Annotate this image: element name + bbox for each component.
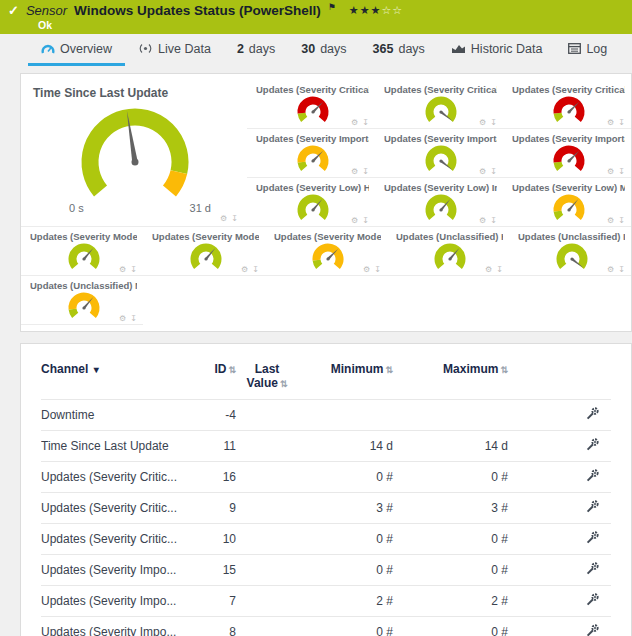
main-gauge-chart	[33, 102, 237, 214]
pin-icon[interactable]: ↧	[618, 216, 626, 225]
channel-name[interactable]: Updates (Severity Critic...	[41, 493, 191, 524]
channel-settings-icon[interactable]	[586, 469, 599, 485]
ok-check-icon: ✓	[8, 3, 19, 18]
sort-icon[interactable]: ⇅	[500, 365, 508, 375]
channel-maximum: 3 #	[393, 493, 508, 524]
channel-settings-icon[interactable]	[586, 407, 599, 423]
channel-row[interactable]: Updates (Severity Impo... 7 2 # 2 #	[41, 586, 611, 617]
channel-row[interactable]: Downtime -4	[41, 400, 611, 431]
channel-name[interactable]: Updates (Severity Critic...	[41, 524, 191, 555]
small-gauges-grid-bottom: Updates (Severity Moderate) ... ⚙ ↧ Upda…	[21, 227, 631, 325]
tab-label-unit: days	[320, 42, 346, 56]
pin-icon[interactable]: ↧	[130, 314, 138, 323]
gear-icon[interactable]: ⚙	[351, 118, 359, 127]
channel-settings-icon[interactable]	[586, 531, 599, 547]
pin-icon[interactable]: ↧	[231, 214, 239, 223]
pin-icon[interactable]: ↧	[618, 118, 626, 127]
pin-icon[interactable]: ↧	[362, 118, 370, 127]
gear-icon[interactable]: ⚙	[351, 216, 359, 225]
sort-desc-icon[interactable]: ▾	[94, 364, 99, 375]
pin-icon[interactable]: ↧	[130, 265, 138, 274]
tab-log[interactable]: Log	[555, 34, 620, 66]
sort-icon[interactable]: ⇅	[228, 365, 236, 375]
stars-filled[interactable]: ★★★	[349, 4, 382, 16]
sort-icon[interactable]: ⇅	[385, 365, 393, 375]
channel-row[interactable]: Updates (Severity Critic... 9 3 # 3 #	[41, 493, 611, 524]
gear-icon[interactable]: ⚙	[607, 167, 615, 176]
tab-historic-data[interactable]: Historic Data	[438, 34, 556, 66]
channel-settings-icon[interactable]	[586, 438, 599, 454]
column-header-channel[interactable]: Channel ▾	[41, 358, 191, 400]
pin-icon[interactable]: ↧	[252, 265, 260, 274]
gauge-panel: Updates (Severity Low) Missi... ⚙ ↧	[503, 178, 631, 227]
live-data-icon	[138, 43, 153, 54]
channel-name[interactable]: Downtime	[41, 400, 191, 431]
channel-name[interactable]: Updates (Severity Impo...	[41, 586, 191, 617]
pin-icon[interactable]: ↧	[374, 265, 382, 274]
gear-icon[interactable]: ⚙	[607, 265, 615, 274]
tab-overview[interactable]: Overview	[28, 34, 125, 66]
pin-icon[interactable]: ↧	[618, 167, 626, 176]
sort-icon[interactable]: ⇅	[280, 379, 288, 389]
gear-icon[interactable]: ⚙	[351, 167, 359, 176]
gear-icon[interactable]: ⚙	[479, 167, 487, 176]
tab-30-days[interactable]: 30 days	[288, 34, 359, 66]
gauge-panel: Updates (Unclassified) Hidden ⚙ ↧	[387, 227, 509, 276]
channel-last-value	[236, 462, 298, 493]
tab-2-days[interactable]: 2 days	[224, 34, 288, 66]
tab-label-unit: days	[249, 42, 275, 56]
stars-empty[interactable]: ☆☆	[381, 4, 403, 16]
column-header-last-value[interactable]: LastValue⇅	[236, 358, 298, 400]
column-header-id[interactable]: ID⇅	[191, 358, 236, 400]
column-header-actions	[508, 358, 611, 400]
channel-maximum: 2 #	[393, 586, 508, 617]
pin-icon[interactable]: ↧	[490, 167, 498, 176]
gear-icon[interactable]: ⚙	[607, 118, 615, 127]
channel-row[interactable]: Updates (Severity Impo... 15 0 # 0 #	[41, 555, 611, 586]
channel-name[interactable]: Updates (Severity Critic...	[41, 462, 191, 493]
channel-minimum: 0 #	[298, 617, 393, 636]
tab-live-data[interactable]: Live Data	[125, 34, 224, 66]
priority-stars[interactable]: ★★★☆☆	[349, 4, 403, 17]
channel-settings-icon[interactable]	[586, 624, 599, 636]
gear-icon[interactable]: ⚙	[119, 314, 127, 323]
tab-settings[interactable]: ⚙ Settings	[620, 34, 632, 66]
gear-icon[interactable]: ⚙	[485, 265, 493, 274]
gear-icon[interactable]: ⚙	[479, 118, 487, 127]
channel-row[interactable]: Updates (Severity Critic... 10 0 # 0 #	[41, 524, 611, 555]
channel-name[interactable]: Updates (Severity Impo...	[41, 617, 191, 636]
pin-icon[interactable]: ↧	[362, 167, 370, 176]
channel-minimum	[298, 400, 393, 431]
gear-icon[interactable]: ⚙	[607, 216, 615, 225]
channel-last-value	[236, 555, 298, 586]
gear-icon[interactable]: ⚙	[220, 214, 228, 223]
channel-row[interactable]: Time Since Last Update 11 14 d 14 d	[41, 431, 611, 462]
gauge-panel: Updates (Severity Important) ... ⚙ ↧	[247, 129, 375, 178]
channel-settings-icon[interactable]	[586, 593, 599, 609]
object-kind-label: Sensor	[26, 3, 67, 18]
pin-icon[interactable]: ↧	[362, 216, 370, 225]
tab-label: Live Data	[158, 42, 211, 56]
gauge-panel: Updates (Unclassified) Missing ⚙ ↧	[21, 276, 143, 325]
column-header-maximum[interactable]: Maximum⇅	[393, 358, 508, 400]
gear-icon[interactable]: ⚙	[363, 265, 371, 274]
channel-name[interactable]: Time Since Last Update	[41, 431, 191, 462]
flag-icon[interactable]: ⚑	[328, 2, 336, 12]
pin-icon[interactable]: ↧	[618, 265, 626, 274]
pin-icon[interactable]: ↧	[490, 118, 498, 127]
channel-table-panel: Channel ▾ ID⇅ LastValue⇅ Minimum⇅ Maximu…	[20, 343, 632, 636]
gear-icon[interactable]: ⚙	[479, 216, 487, 225]
channel-row[interactable]: Updates (Severity Critic... 16 0 # 0 #	[41, 462, 611, 493]
gear-icon[interactable]: ⚙	[119, 265, 127, 274]
channel-settings-icon[interactable]	[586, 562, 599, 578]
pin-icon[interactable]: ↧	[496, 265, 504, 274]
pin-icon[interactable]: ↧	[490, 216, 498, 225]
historic-data-chart-icon	[451, 43, 466, 54]
tab-365-days[interactable]: 365 days	[360, 34, 438, 66]
channel-name[interactable]: Updates (Severity Impo...	[41, 555, 191, 586]
channel-last-value	[236, 586, 298, 617]
column-header-minimum[interactable]: Minimum⇅	[298, 358, 393, 400]
channel-row[interactable]: Updates (Severity Impo... 8 0 # 0 #	[41, 617, 611, 636]
gear-icon[interactable]: ⚙	[241, 265, 249, 274]
channel-settings-icon[interactable]	[586, 500, 599, 516]
